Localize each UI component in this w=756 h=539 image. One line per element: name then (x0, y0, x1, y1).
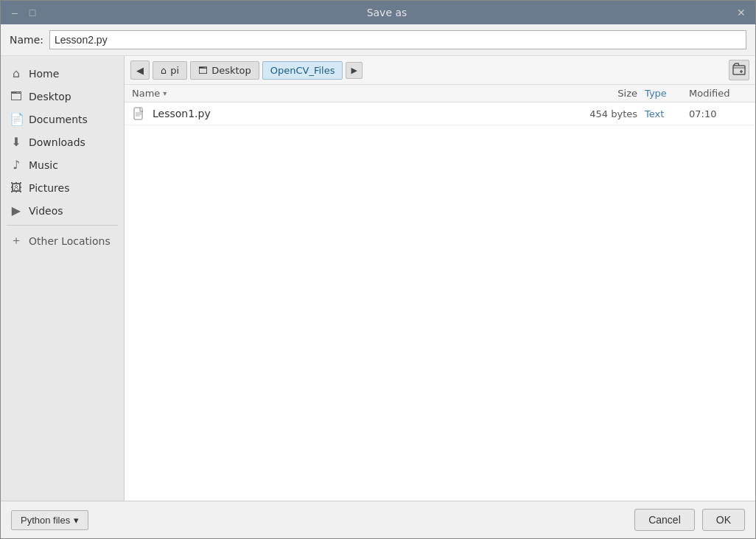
sidebar: ⌂ Home 🗔 Desktop 📄 Documents ⬇ Downloads… (1, 56, 125, 501)
filter-label: Python files (21, 515, 70, 526)
sidebar-item-pictures[interactable]: 🖼 Pictures (1, 176, 124, 199)
sidebar-item-desktop[interactable]: 🗔 Desktop (1, 85, 124, 108)
column-size-label: Size (617, 88, 637, 99)
file-type: Text (645, 108, 689, 119)
breadcrumb-pi[interactable]: ⌂ pi (153, 61, 187, 80)
table-row[interactable]: Lesson1.py 454 bytes Text 07:10 (125, 102, 755, 125)
sidebar-item-documents[interactable]: 📄 Documents (1, 108, 124, 131)
titlebar-left-controls: – □ (8, 6, 39, 19)
bottom-bar: Python files ▾ Cancel OK (1, 501, 755, 538)
sidebar-divider (7, 225, 118, 226)
downloads-icon: ⬇ (10, 135, 23, 149)
music-icon: ♪ (10, 158, 23, 172)
toolbar: ◀ ⌂ pi 🗔 Desktop OpenCV_Files ▶ (125, 56, 755, 85)
breadcrumb-opencv-label: OpenCV_Files (270, 65, 335, 76)
breadcrumb-desktop[interactable]: 🗔 Desktop (190, 61, 259, 80)
back-button[interactable]: ◀ (130, 60, 150, 80)
main-area: ⌂ Home 🗔 Desktop 📄 Documents ⬇ Downloads… (1, 56, 755, 501)
videos-icon: ▶ (10, 204, 23, 218)
file-icon (132, 106, 147, 121)
desktop-icon: 🗔 (10, 89, 23, 103)
file-name: Lesson1.py (153, 108, 571, 119)
sidebar-label-desktop: Desktop (29, 91, 71, 102)
maximize-button[interactable]: □ (26, 6, 39, 19)
name-label: Name: (10, 34, 43, 46)
folder-breadcrumb-icon: 🗔 (198, 65, 208, 76)
sidebar-label-home: Home (29, 68, 59, 80)
dialog-title: Save as (39, 7, 735, 18)
titlebar: – □ Save as ✕ (1, 1, 755, 24)
sidebar-label-other-locations: Other Locations (29, 235, 111, 247)
save-as-dialog: – □ Save as ✕ Name: ⌂ Home 🗔 Desktop 📄 D… (0, 0, 756, 539)
sidebar-label-videos: Videos (29, 205, 63, 217)
minimize-button[interactable]: – (8, 6, 21, 19)
sidebar-label-downloads: Downloads (29, 136, 85, 148)
breadcrumb-desktop-label: Desktop (211, 65, 251, 76)
documents-icon: 📄 (10, 112, 23, 126)
breadcrumb-more-button[interactable]: ▶ (346, 62, 362, 79)
sidebar-item-downloads[interactable]: ⬇ Downloads (1, 131, 124, 153)
cancel-button[interactable]: Cancel (634, 509, 695, 531)
pictures-icon: 🖼 (10, 181, 23, 195)
add-icon: ＋ (10, 233, 23, 248)
filter-dropdown: Python files ▾ (11, 510, 88, 530)
sidebar-label-documents: Documents (29, 114, 88, 125)
filter-arrow-icon: ▾ (74, 515, 79, 526)
home-icon: ⌂ (10, 66, 23, 80)
column-modified-label: Modified (689, 88, 729, 99)
column-modified-header[interactable]: Modified (689, 88, 748, 99)
chevron-right-icon: ▶ (351, 66, 357, 75)
filter-button[interactable]: Python files ▾ (11, 510, 88, 530)
svg-rect-0 (733, 66, 745, 74)
file-modified: 07:10 (689, 108, 748, 119)
content-area: ◀ ⌂ pi 🗔 Desktop OpenCV_Files ▶ (125, 56, 755, 501)
new-folder-button[interactable] (729, 60, 749, 80)
svg-rect-1 (134, 108, 142, 119)
column-size-header[interactable]: Size (571, 88, 645, 99)
breadcrumb-pi-label: pi (170, 65, 179, 76)
new-folder-icon (732, 63, 746, 78)
titlebar-right-controls: ✕ (735, 6, 748, 19)
column-name-label: Name (132, 88, 160, 99)
column-type-label: Type (645, 88, 667, 99)
filename-input[interactable] (49, 30, 746, 49)
column-type-header[interactable]: Type (645, 88, 689, 99)
sidebar-item-other-locations[interactable]: ＋ Other Locations (1, 229, 124, 253)
name-row: Name: (1, 24, 755, 56)
close-button[interactable]: ✕ (735, 6, 748, 19)
home-breadcrumb-icon: ⌂ (161, 65, 167, 76)
file-size: 454 bytes (571, 108, 645, 119)
column-name-header[interactable]: Name ▾ (132, 88, 571, 99)
sidebar-item-music[interactable]: ♪ Music (1, 153, 124, 176)
sidebar-label-pictures: Pictures (29, 182, 69, 194)
breadcrumb-opencv[interactable]: OpenCV_Files (262, 61, 343, 80)
sidebar-item-home[interactable]: ⌂ Home (1, 62, 124, 85)
file-list-header: Name ▾ Size Type Modified (125, 85, 755, 102)
sort-arrow-icon: ▾ (163, 89, 167, 97)
sidebar-label-music: Music (29, 159, 58, 171)
sidebar-item-videos[interactable]: ▶ Videos (1, 199, 124, 222)
ok-button[interactable]: OK (702, 509, 745, 531)
file-list: Lesson1.py 454 bytes Text 07:10 (125, 102, 755, 501)
